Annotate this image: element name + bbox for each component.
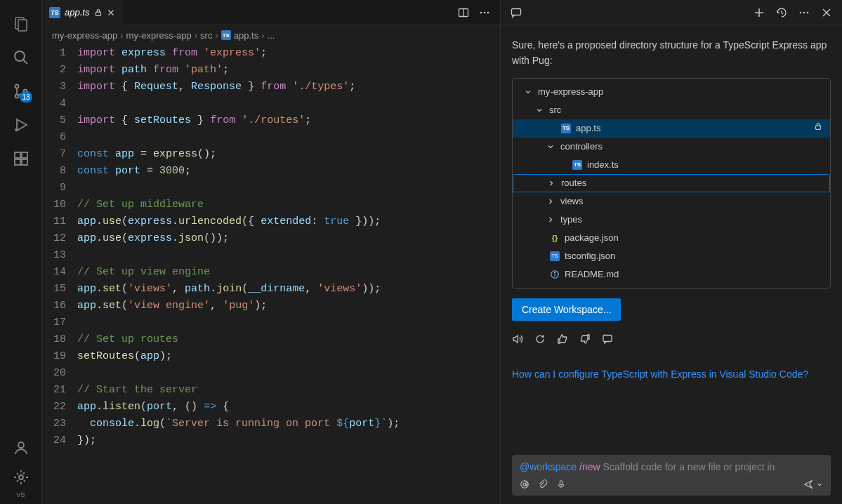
speaker-icon[interactable] xyxy=(512,333,523,345)
create-workspace-button[interactable]: Create Workspace... xyxy=(512,298,621,321)
code-line[interactable]: app.listen(port, () => { xyxy=(77,399,493,416)
scm-badge: 13 xyxy=(20,91,32,102)
tree-item[interactable]: src xyxy=(513,101,830,119)
tree-item-label: routes xyxy=(561,176,586,190)
thumbs-up-icon[interactable] xyxy=(557,333,568,345)
code-line[interactable] xyxy=(77,129,493,146)
comment-icon[interactable] xyxy=(511,7,522,18)
tree-item[interactable]: TStsconfig.json xyxy=(513,247,830,265)
tab-app-ts[interactable]: TS app.ts xyxy=(42,0,123,25)
related-question-link[interactable]: How can I configure TypeScript with Expr… xyxy=(512,367,831,382)
chevron-right-icon[interactable] xyxy=(545,214,556,225)
breadcrumb-item[interactable]: my-express-app xyxy=(126,30,192,41)
close-icon[interactable] xyxy=(106,8,116,18)
code-line[interactable]: import { setRoutes } from './routes'; xyxy=(77,112,493,129)
thumbs-down-icon[interactable] xyxy=(579,333,591,345)
svg-point-33 xyxy=(554,272,555,273)
run-debug-icon[interactable] xyxy=(4,108,38,142)
chevron-down-icon[interactable] xyxy=(534,105,545,116)
code-line[interactable]: // Set up routes xyxy=(77,331,493,348)
code-line[interactable] xyxy=(77,365,493,382)
code-line[interactable]: const port = 3000; xyxy=(77,163,493,180)
history-icon[interactable] xyxy=(776,7,787,18)
line-number: 12 xyxy=(42,230,66,247)
tree-item[interactable]: README.md xyxy=(513,265,830,284)
tree-item[interactable]: views xyxy=(513,192,830,211)
search-icon[interactable] xyxy=(4,41,38,74)
svg-point-26 xyxy=(803,11,805,13)
feedback-icon[interactable] xyxy=(602,333,613,345)
svg-rect-22 xyxy=(512,8,521,15)
code-line[interactable]: import path from 'path'; xyxy=(77,62,493,79)
more-icon[interactable] xyxy=(798,7,810,18)
more-icon[interactable] xyxy=(479,7,490,18)
extensions-icon[interactable] xyxy=(4,142,38,175)
code-line[interactable]: app.set('view engine', 'pug'); xyxy=(77,298,493,314)
code-line[interactable]: const app = express(); xyxy=(77,146,493,163)
chat-input-text[interactable]: @workspace /new Scaffold code for a new … xyxy=(520,461,823,472)
accounts-icon[interactable] xyxy=(4,431,38,465)
breadcrumb-more[interactable]: ... xyxy=(268,30,275,41)
line-number: 20 xyxy=(42,365,66,382)
code-line[interactable] xyxy=(77,247,493,264)
code-line[interactable]: // Start the server xyxy=(77,382,493,399)
attach-icon[interactable] xyxy=(538,479,548,489)
code-line[interactable]: // Set up middleware xyxy=(77,197,493,213)
tree-item[interactable]: TSapp.ts xyxy=(513,119,830,138)
code-line[interactable] xyxy=(77,95,493,112)
svg-point-2 xyxy=(15,51,25,61)
tree-item[interactable]: my-express-app xyxy=(513,83,830,101)
tree-item[interactable]: controllers xyxy=(513,138,830,156)
slash-command-token: /new xyxy=(579,461,600,472)
code-editor[interactable]: 123456789101112131415161718192021222324 … xyxy=(42,45,500,504)
line-number-gutter: 123456789101112131415161718192021222324 xyxy=(42,45,77,504)
breadcrumb-item[interactable]: src xyxy=(200,30,212,41)
code-line[interactable] xyxy=(77,180,493,197)
chevron-down-icon[interactable] xyxy=(522,86,534,98)
code-line[interactable]: app.use(express.json()); xyxy=(77,230,493,247)
chat-body: Sure, here's a proposed directory struct… xyxy=(501,25,842,455)
tree-item[interactable]: TSindex.ts xyxy=(513,156,830,174)
code-line[interactable]: app.use(express.urlencoded({ extended: t… xyxy=(77,213,493,230)
breadcrumb-item[interactable]: TS app.ts xyxy=(221,30,258,41)
code-line[interactable]: setRoutes(app); xyxy=(77,348,493,365)
code-line[interactable]: // Set up view engine xyxy=(77,264,493,281)
code-line[interactable]: import express from 'express'; xyxy=(77,45,493,62)
tree-item[interactable]: types xyxy=(513,211,830,229)
json-icon: {} xyxy=(549,232,560,244)
tree-item[interactable]: {}package.json xyxy=(513,229,830,247)
close-icon[interactable] xyxy=(821,7,832,18)
microphone-icon[interactable] xyxy=(556,479,566,489)
mention-token: @workspace xyxy=(520,461,577,472)
split-editor-icon[interactable] xyxy=(458,7,469,18)
breadcrumb-item[interactable]: my-express-app xyxy=(52,30,117,41)
code-line[interactable] xyxy=(77,314,493,331)
send-icon[interactable] xyxy=(803,479,813,489)
line-number: 10 xyxy=(42,197,66,213)
svg-rect-1 xyxy=(18,20,27,31)
chevron-down-icon[interactable] xyxy=(545,141,556,152)
send-dropdown-icon[interactable] xyxy=(816,481,823,488)
chevron-right-icon[interactable] xyxy=(545,196,556,207)
code-line[interactable]: app.set('views', path.join(__dirname, 'v… xyxy=(77,281,493,298)
svg-point-5 xyxy=(15,95,18,98)
new-chat-icon[interactable] xyxy=(754,7,765,18)
chat-input[interactable]: @workspace /new Scaffold code for a new … xyxy=(512,455,831,496)
line-number: 7 xyxy=(42,146,66,163)
svg-rect-30 xyxy=(816,126,821,129)
tree-item[interactable]: routes xyxy=(513,174,830,192)
code-content[interactable]: import express from 'express';import pat… xyxy=(77,45,500,504)
svg-rect-9 xyxy=(15,159,20,165)
settings-icon[interactable] xyxy=(4,465,38,490)
source-control-icon[interactable]: 13 xyxy=(4,74,38,108)
proposed-file-tree: my-express-appsrcTSapp.tscontrollersTSin… xyxy=(512,78,831,289)
code-line[interactable]: import { Request, Response } from './typ… xyxy=(77,79,493,95)
chevron-right-icon[interactable] xyxy=(546,178,557,189)
code-line[interactable]: }); xyxy=(77,432,493,449)
at-mention-icon[interactable] xyxy=(520,479,529,489)
retry-icon[interactable] xyxy=(534,333,546,345)
explorer-icon[interactable] xyxy=(4,7,38,41)
code-line[interactable]: console.log(`Server is running on port $… xyxy=(77,416,493,432)
svg-rect-11 xyxy=(22,152,27,158)
activity-bar: 13 VS xyxy=(0,0,42,504)
